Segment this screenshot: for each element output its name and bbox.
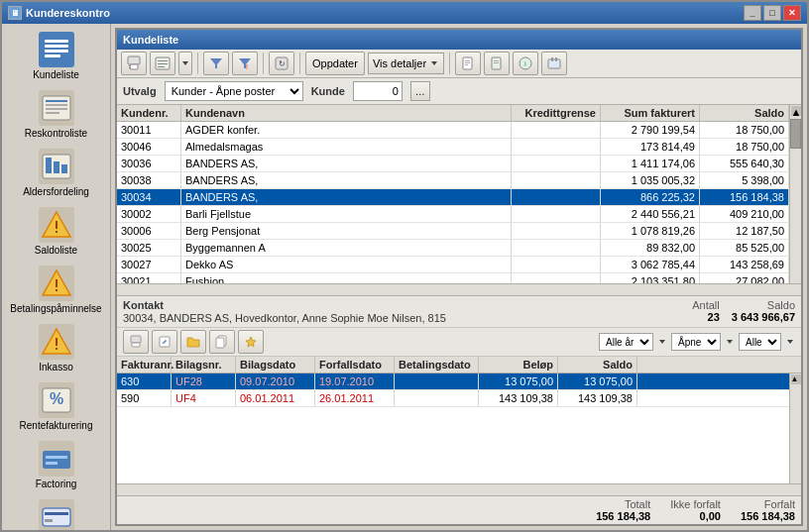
table-row[interactable]: 30011 AGDER konfer. 2 790 199,54 18 750,… (117, 122, 789, 139)
toolbar-icon-doc4[interactable] (541, 52, 567, 75)
svg-text:i: i (524, 59, 526, 68)
td-kundenavn: Berg Pensjonat (181, 223, 512, 239)
svg-rect-48 (129, 65, 131, 66)
invoice-scrollbar[interactable]: ▲ (789, 373, 801, 483)
toolbar-icon-doc3[interactable]: i (513, 52, 538, 75)
toolbar-vis-detaljer[interactable]: Vis detaljer (368, 53, 444, 74)
toolbar-icon-filter[interactable] (203, 52, 229, 75)
svg-rect-37 (45, 512, 68, 515)
table-row[interactable]: 30046 Almedalsmagas 173 814,49 18 750,00 (117, 139, 789, 156)
inv-toolbar-copy[interactable] (209, 330, 235, 354)
sidebar-item-kundeliste[interactable]: Kundeliste (9, 28, 104, 84)
sidebar-kundeliste-label: Kundeliste (33, 69, 79, 80)
table-row[interactable]: 30006 Berg Pensjonat 1 078 819,26 12 187… (117, 223, 789, 240)
svg-rect-8 (46, 104, 67, 106)
inv-toolbar-edit[interactable] (152, 330, 177, 354)
td-kredittgrense (512, 273, 601, 283)
invoice-row-selected[interactable]: 630 UF28 09.07.2010 19.07.2010 13 075,00… (117, 373, 789, 390)
toolbar-btn-oppdater[interactable]: Oppdater (305, 52, 365, 75)
total-totalt: Totalt 156 184,38 (596, 498, 650, 522)
sidebar-item-saldoliste[interactable]: Saldoliste (9, 203, 104, 260)
td-kundenr: 30034 (117, 189, 181, 205)
contact-label: Kontakt (123, 299, 446, 311)
inv-td-bilagsnr: UF4 (172, 390, 236, 406)
inv-td-belop: 13 075,00 (479, 373, 558, 389)
sidebar: Kundeliste Reskontroliste (2, 24, 111, 530)
inv-td-belop: 143 109,38 (479, 390, 558, 406)
invoice-hscrollbar[interactable] (117, 483, 801, 495)
sidebar-rentefakturering-label: Rentefakturering (20, 420, 93, 431)
contact-saldo-label: Saldo (767, 299, 795, 311)
customer-table-hscrollbar[interactable] (117, 283, 801, 295)
toolbar-sep-3 (299, 53, 300, 74)
inv-filter-status[interactable]: Åpne (671, 333, 721, 351)
close-button[interactable]: ✕ (783, 5, 801, 21)
customer-table-body: 30011 AGDER konfer. 2 790 199,54 18 750,… (117, 122, 789, 283)
scrollbar-up-arrow[interactable]: ▲ (791, 106, 801, 116)
table-row[interactable]: 30021 Fushion 2 103 351,80 27 082,00 (117, 273, 789, 283)
table-row[interactable]: 30038 BANDERS AS, 1 035 005,32 5 398,00 (117, 172, 789, 189)
inv-th-saldo: Saldo (558, 357, 637, 372)
td-sumfakturert: 173 814,49 (601, 139, 700, 155)
svg-rect-7 (46, 100, 67, 102)
minimize-button[interactable]: _ (744, 5, 761, 21)
svg-rect-27 (56, 348, 58, 350)
filter-browse-button[interactable]: … (410, 81, 430, 101)
td-saldo: 143 258,69 (700, 257, 789, 272)
svg-rect-52 (158, 63, 168, 64)
sidebar-item-reskontroliste[interactable]: Reskontroliste (9, 86, 104, 143)
inv-scrollbar-up[interactable]: ▲ (791, 374, 801, 384)
svg-rect-47 (130, 64, 138, 69)
invoice-row[interactable]: 590 UF4 06.01.2011 26.01.2011 143 109,38… (117, 390, 789, 407)
customer-table-scrollbar[interactable]: ▲ (789, 105, 801, 283)
inv-td-saldo: 13 075,00 (558, 373, 637, 389)
toolbar-icon-list[interactable] (150, 52, 175, 75)
sidebar-item-aldersfordeling[interactable]: Aldersfordeling (9, 145, 104, 201)
toolbar-icon-doc1[interactable] (455, 52, 481, 75)
scrollbar-thumb[interactable] (790, 119, 801, 149)
inv-filter-year[interactable]: Alle år (599, 333, 653, 351)
inv-status-arrow (725, 334, 735, 350)
td-sumfakturert: 2 790 199,54 (601, 122, 700, 138)
inv-toolbar-star[interactable] (238, 330, 264, 354)
inv-th-bilagsnr: Bilagsnr. (172, 357, 236, 372)
svg-rect-38 (45, 519, 53, 522)
maximize-button[interactable]: □ (763, 5, 781, 21)
td-saldo: 18 750,00 (700, 139, 789, 155)
filter-select-utvalg[interactable]: Kunder - Åpne poster (165, 81, 303, 101)
td-kundenr: 30006 (117, 223, 181, 239)
svg-marker-80 (659, 340, 665, 344)
toolbar-icon-print[interactable] (121, 52, 147, 75)
inv-filter-type[interactable]: Alle (739, 333, 781, 351)
sidebar-item-factoring[interactable]: Factoring (9, 437, 104, 493)
th-saldo: Saldo (700, 105, 789, 121)
sidebar-factoring-label: Factoring (36, 479, 77, 489)
inv-td-bilagsdato: 09.07.2010 (236, 373, 315, 389)
svg-rect-3 (45, 50, 68, 53)
sidebar-item-betalingspaminnelse[interactable]: Betalingspåminnelse (9, 262, 104, 318)
sidebar-item-ocrbank[interactable]: OCR/Bank (9, 495, 104, 530)
table-row[interactable]: 30027 Dekko AS 3 062 785,44 143 258,69 (117, 257, 789, 273)
inv-td-forfallsdato: 19.07.2010 (315, 373, 395, 389)
toolbar-icon-doc2[interactable] (484, 52, 510, 75)
toolbar-icon-filter2[interactable]: ! (232, 52, 258, 75)
sidebar-item-inkasso[interactable]: Inkasso (9, 320, 104, 376)
filter-row: Utvalg Kunder - Åpne poster Kunde … (117, 78, 801, 105)
td-kundenr: 30046 (117, 139, 181, 155)
table-row[interactable]: 30036 BANDERS AS, 1 411 174,06 555 640,3… (117, 156, 789, 172)
td-kundenr: 30011 (117, 122, 181, 138)
td-kundenavn: Dekko AS (181, 257, 512, 272)
inv-toolbar-folder[interactable] (180, 330, 206, 354)
invoice-section: Fakturanr. Bilagsnr. Bilagsdato Forfalls… (117, 357, 801, 495)
toolbar-icon-refresh-small[interactable]: ↻ (269, 52, 294, 75)
svg-rect-18 (56, 221, 58, 229)
svg-rect-66 (494, 60, 499, 61)
sidebar-item-rentefakturering[interactable]: % Rentefakturering (9, 378, 104, 435)
table-row[interactable]: 30025 Byggemannen A 89 832,00 85 525,00 (117, 240, 789, 257)
svg-marker-55 (210, 58, 222, 68)
inv-toolbar-print[interactable] (123, 330, 149, 354)
filter-input-kunde[interactable] (353, 81, 403, 101)
toolbar-btn-dropdown-arrow[interactable] (178, 52, 192, 75)
table-row-selected[interactable]: 30034 BANDERS AS, 866 225,32 156 184,38 (117, 189, 789, 206)
table-row[interactable]: 30002 Barli Fjellstue 2 440 556,21 409 2… (117, 206, 789, 223)
